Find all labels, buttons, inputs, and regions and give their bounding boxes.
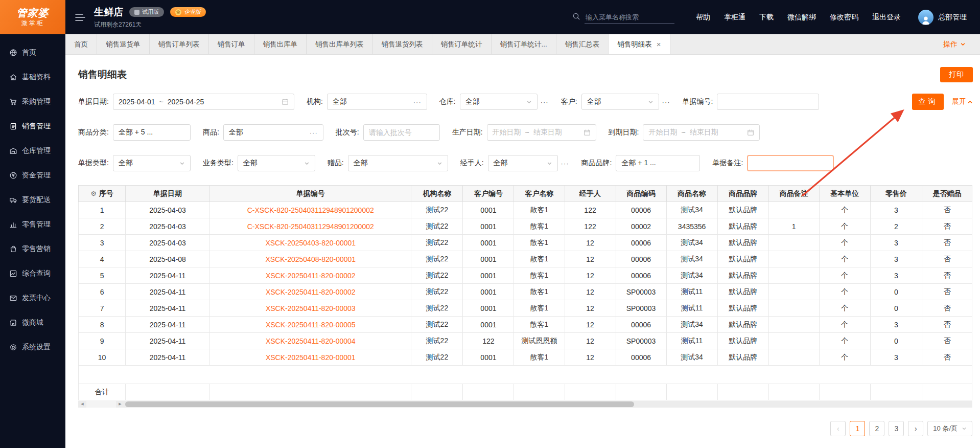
column-header-2[interactable]: 单据编号: [210, 186, 411, 202]
expand-toggle[interactable]: 展开: [952, 97, 973, 106]
prod-date-range-picker[interactable]: 开始日期 ~ 结束日期: [487, 124, 596, 141]
sidebar-item-12[interactable]: 系统设置: [0, 335, 65, 360]
gift-select[interactable]: 全部: [348, 155, 448, 171]
header-link-4[interactable]: 修改密码: [830, 13, 858, 22]
sidebar-item-7[interactable]: 零售管理: [0, 212, 65, 237]
org-select[interactable]: 全部 ···: [327, 94, 427, 110]
product-select[interactable]: 全部 ···: [223, 124, 323, 141]
tab-8[interactable]: 销售订单统计...: [492, 34, 556, 54]
doc-number-link[interactable]: XSCK-20250411-820-00005: [210, 317, 411, 333]
brand-select[interactable]: 全部 + 1 ...: [616, 155, 700, 171]
header-link-2[interactable]: 下载: [759, 13, 774, 22]
sidebar-item-11[interactable]: 微商城: [0, 310, 65, 335]
page-prev-button[interactable]: ‹: [830, 421, 846, 436]
print-button[interactable]: 打印: [940, 67, 973, 82]
page-size-select[interactable]: 10 条/页: [927, 421, 972, 436]
hamburger-menu-icon[interactable]: [75, 13, 86, 22]
doc-number-link[interactable]: XSCK-20250411-820-00002: [210, 284, 411, 300]
product-cat-select[interactable]: 全部 + 5 ...: [113, 124, 191, 141]
batch-no-input[interactable]: [363, 124, 440, 141]
org-more-icon[interactable]: ···: [413, 98, 422, 106]
product-more-icon[interactable]: ···: [310, 129, 318, 137]
doc-number-link[interactable]: XSCK-20250408-820-00001: [210, 251, 411, 267]
header-link-5[interactable]: 退出登录: [872, 13, 901, 22]
column-header-5[interactable]: 客户名称: [514, 186, 565, 202]
query-button[interactable]: 查询: [912, 94, 944, 110]
scrollbar-mini-track[interactable]: [86, 401, 116, 408]
column-header-3[interactable]: 机构名称: [411, 186, 463, 202]
close-icon[interactable]: ×: [657, 40, 661, 48]
enterprise-badge[interactable]: 金 企业版: [170, 7, 206, 17]
sidebar-item-5[interactable]: 资金管理: [0, 163, 65, 188]
column-header-13[interactable]: 是否赠品: [922, 186, 972, 202]
doc-type-select[interactable]: 全部: [113, 155, 191, 171]
doc-no-input[interactable]: [717, 94, 819, 110]
scroll-right-button[interactable]: ▶: [116, 401, 124, 408]
horizontal-scrollbar[interactable]: ◀ ▶: [78, 400, 972, 408]
column-header-7[interactable]: 商品编码: [616, 186, 666, 202]
doc-number-link[interactable]: C-XSCK-820-250403112948901200002: [210, 218, 411, 235]
app-logo[interactable]: 管家婆 溦掌柜: [0, 0, 65, 34]
page-next-button[interactable]: ›: [908, 421, 923, 436]
column-header-4[interactable]: 客户编号: [463, 186, 514, 202]
tab-7[interactable]: 销售订单统计: [432, 34, 492, 54]
sidebar-item-4[interactable]: 仓库管理: [0, 139, 65, 163]
column-header-12[interactable]: 零售价: [870, 186, 922, 202]
scroll-left-button[interactable]: ◀: [78, 401, 86, 408]
sidebar-item-0[interactable]: 首页: [0, 40, 65, 65]
menu-search-input[interactable]: [585, 11, 674, 24]
user-block[interactable]: 总部管理: [918, 10, 967, 25]
customer-select[interactable]: 全部: [581, 94, 659, 110]
scrollbar-track[interactable]: [124, 401, 972, 408]
header-link-0[interactable]: 帮助: [696, 13, 710, 22]
tab-6[interactable]: 销售退货列表: [373, 34, 432, 54]
sidebar-item-3[interactable]: 销售管理: [0, 114, 65, 139]
doc-number-link[interactable]: XSCK-20250411-820-00001: [210, 349, 411, 366]
page-button-1[interactable]: 1: [850, 421, 865, 436]
doc-number-link[interactable]: C-XSCK-820-250403112948901200002: [210, 202, 411, 218]
tab-4[interactable]: 销售出库单: [254, 34, 307, 54]
scrollbar-thumb[interactable]: [125, 401, 634, 407]
column-header-1[interactable]: 单据日期: [126, 186, 210, 202]
doc-number-link[interactable]: XSCK-20250411-820-00002: [210, 267, 411, 284]
doc-number-link[interactable]: XSCK-20250411-820-00003: [210, 300, 411, 317]
warehouse-select[interactable]: 全部: [460, 94, 538, 110]
column-header-10[interactable]: 商品备注: [768, 186, 819, 202]
header-link-3[interactable]: 微信解绑: [787, 13, 816, 22]
page-button-3[interactable]: 3: [889, 421, 904, 436]
sidebar-item-10[interactable]: 发票中心: [0, 286, 65, 310]
column-header-11[interactable]: 基本单位: [819, 186, 870, 202]
tab-1[interactable]: 销售退货单: [97, 34, 150, 54]
sidebar-item-8[interactable]: 零售营销: [0, 237, 65, 261]
tab-3[interactable]: 销售订单: [209, 34, 254, 54]
doc-date-range-picker[interactable]: 2025-04-01 ~ 2025-04-25: [113, 94, 294, 110]
sidebar-item-9[interactable]: 综合查询: [0, 261, 65, 286]
doc-date-end[interactable]: 2025-04-25: [168, 98, 204, 106]
biz-type-select[interactable]: 全部: [238, 155, 315, 171]
page-button-2[interactable]: 2: [869, 421, 884, 436]
doc-number-link[interactable]: XSCK-20250403-820-00001: [210, 235, 411, 251]
column-settings-icon[interactable]: ⚙: [90, 190, 97, 197]
column-header-6[interactable]: 经手人: [565, 186, 616, 202]
trial-badge[interactable]: 试用版: [129, 7, 164, 17]
doc-remark-input[interactable]: [747, 155, 834, 171]
action-dropdown[interactable]: 操作: [929, 34, 980, 54]
doc-number-link[interactable]: XSCK-20250411-820-00004: [210, 333, 411, 349]
header-link-1[interactable]: 掌柜通: [724, 13, 745, 22]
tab-10[interactable]: 销售明细表×: [609, 34, 670, 54]
warehouse-more-icon[interactable]: ···: [541, 98, 549, 106]
tab-0[interactable]: 首页: [65, 34, 97, 54]
tab-9[interactable]: 销售汇总表: [556, 34, 609, 54]
sidebar-item-2[interactable]: 采购管理: [0, 89, 65, 114]
handler-select[interactable]: 全部: [488, 155, 558, 171]
column-header-0[interactable]: ⚙序号: [79, 186, 126, 202]
sidebar-item-6[interactable]: 要货配送: [0, 188, 65, 212]
customer-more-icon[interactable]: ···: [662, 98, 670, 106]
expire-date-range-picker[interactable]: 开始日期 ~ 结束日期: [643, 124, 760, 141]
doc-date-start[interactable]: 2025-04-01: [119, 98, 155, 106]
column-header-9[interactable]: 商品品牌: [717, 186, 768, 202]
column-header-8[interactable]: 商品名称: [666, 186, 717, 202]
handler-more-icon[interactable]: ···: [561, 160, 569, 167]
sidebar-item-1[interactable]: 基础资料: [0, 65, 65, 89]
tab-5[interactable]: 销售出库单列表: [307, 34, 373, 54]
